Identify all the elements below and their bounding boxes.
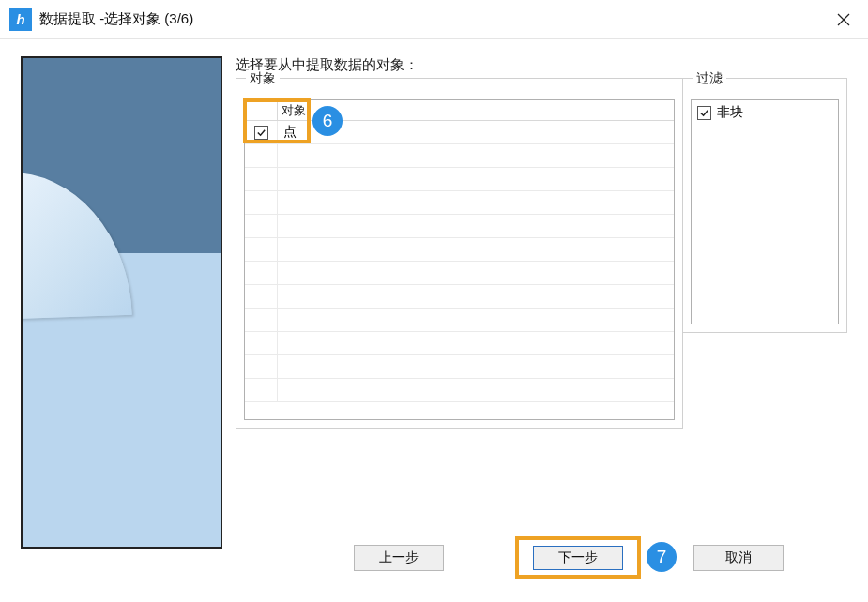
- previous-button[interactable]: 上一步: [354, 545, 444, 571]
- check-icon: [256, 128, 266, 138]
- filter-legend: 过滤: [693, 70, 726, 87]
- objects-legend: 对象: [246, 70, 280, 87]
- objects-group: 对象 对象 点: [236, 78, 683, 429]
- titlebar: h 数据提取 -选择对象 (3/6): [0, 0, 868, 39]
- objects-list[interactable]: 对象 点: [244, 99, 675, 420]
- list-item[interactable]: 非块: [697, 104, 832, 121]
- filter-list: 非块: [691, 99, 839, 324]
- object-checkbox[interactable]: [254, 126, 268, 140]
- next-button[interactable]: 下一步: [533, 546, 623, 570]
- annotation-badge-7: 7: [647, 542, 677, 572]
- close-button[interactable]: [825, 5, 862, 35]
- window-title: 数据提取 -选择对象 (3/6): [39, 10, 193, 28]
- filter-checkbox[interactable]: [697, 106, 711, 120]
- table-row[interactable]: 点: [245, 121, 674, 144]
- objects-header: 对象: [245, 100, 674, 121]
- filter-item-label: 非块: [717, 104, 743, 121]
- close-icon: [837, 13, 850, 26]
- filter-group: 过滤 非块: [682, 78, 847, 333]
- wizard-buttons: 上一步 下一步 取消: [0, 541, 868, 575]
- instruction-label: 选择要从中提取数据的对象：: [236, 56, 847, 74]
- annotation-badge-6: 6: [312, 106, 343, 136]
- app-icon: h: [9, 8, 32, 31]
- annotation-highlight-7: 下一步: [515, 536, 641, 579]
- cancel-button[interactable]: 取消: [693, 545, 784, 571]
- wizard-preview-image: [21, 56, 222, 549]
- check-icon: [699, 108, 709, 118]
